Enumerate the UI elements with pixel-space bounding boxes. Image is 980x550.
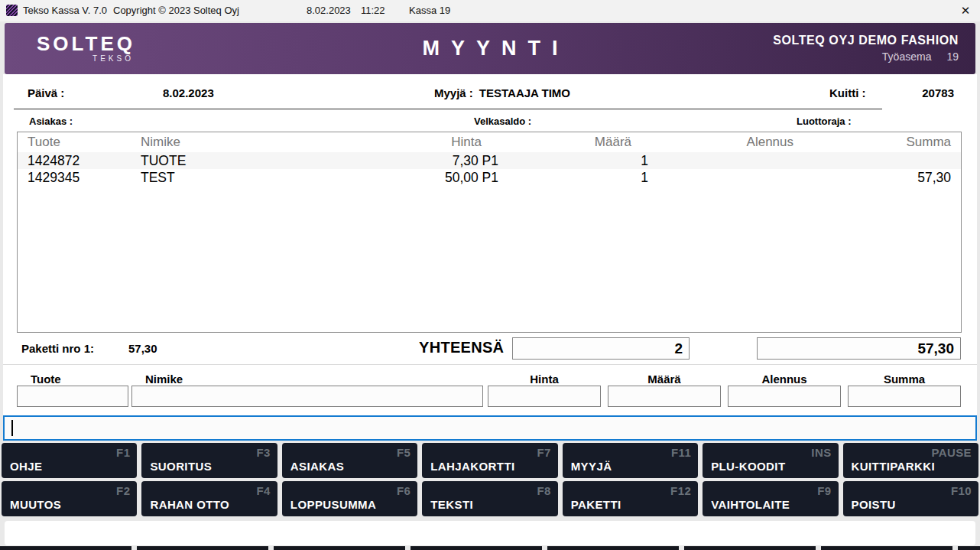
col-header-maara: Määrä (498, 132, 648, 152)
cell-maara: 1 (498, 169, 648, 186)
fn-button-ohje[interactable]: F1 OHJE (2, 443, 137, 478)
cell-alennus (648, 152, 801, 169)
function-key-row-1: F1 OHJE F3 SUORITUS F5 ASIAKAS F7 LAHJAK… (2, 443, 978, 478)
entry-alennus-input[interactable] (728, 386, 841, 407)
total-quantity-box: 2 (512, 337, 690, 360)
copyright-text: Copyright © 2023 Solteq Oyj (113, 5, 239, 16)
package-value: 57,30 (128, 342, 157, 355)
cell-summa (801, 152, 951, 169)
divider (14, 109, 882, 109)
cell-alennus (648, 169, 801, 186)
fn-key-badge: F1 (116, 446, 130, 459)
cell-tuote: 1429345 (28, 169, 141, 186)
command-input[interactable] (3, 415, 977, 441)
seller-line: Myyjä :TESTAAJA TIMO (434, 86, 570, 99)
function-key-row-2: F2 MUUTOS F4 RAHAN OTTO F6 LOPPUSUMMA F8… (2, 481, 978, 516)
cell-nimike: TEST (141, 169, 362, 186)
col-header-hinta: Hinta (362, 132, 498, 152)
fn-button-kuittiparkki[interactable]: PAUSE KUITTIPARKKI (843, 443, 978, 478)
fn-button-poistu[interactable]: F10 POISTU (843, 481, 978, 516)
fn-button-vaihtolaite[interactable]: F9 VAIHTOLAITE (703, 481, 838, 516)
fn-key-badge: F6 (397, 484, 410, 497)
seller-value: TESTAAJA TIMO (479, 86, 570, 99)
fn-key-badge: INS (811, 446, 831, 459)
date-value: 8.02.2023 (163, 86, 214, 99)
fn-key-badge: F2 (116, 484, 130, 497)
close-button[interactable]: ✕ (957, 2, 974, 19)
titlebar-register: Kassa 19 (409, 5, 450, 16)
table-row[interactable]: 1429345 TEST 50,00 P1 1 57,30 (18, 169, 961, 186)
entry-tuote-input[interactable] (17, 386, 128, 407)
receipt-label: Kuitti : (829, 86, 865, 99)
bottom-display-strip (5, 521, 975, 545)
cell-tuote: 1424872 (28, 152, 141, 169)
items-table-header: Tuote Nimike Hinta Määrä Alennus Summa (18, 132, 961, 152)
col-header-tuote: Tuote (28, 132, 141, 152)
text-caret (11, 420, 13, 436)
store-block: SOLTEQ OYJ DEMO FASHION Työasema19 (773, 34, 959, 63)
fn-button-asiakas[interactable]: F5 ASIAKAS (282, 443, 417, 478)
titlebar-time: 11:22 (361, 5, 385, 16)
titlebar: Tekso Kassa V. 7.0 Copyright © 2023 Solt… (0, 0, 980, 21)
cell-summa: 57,30 (801, 169, 951, 186)
col-header-summa: Summa (801, 132, 951, 152)
fn-key-badge: F11 (671, 446, 691, 459)
entry-summa-label: Summa (848, 373, 961, 386)
col-header-alennus: Alennus (648, 132, 801, 152)
col-header-nimike: Nimike (141, 132, 362, 152)
workstation-line: Työasema19 (773, 50, 959, 63)
fn-key-badge: F12 (670, 484, 691, 497)
table-row[interactable]: 1424872 TUOTE 7,30 P1 1 (18, 152, 961, 169)
entry-hinta-input[interactable] (488, 386, 601, 407)
fn-key-badge: F7 (537, 446, 550, 459)
cell-nimike: TUOTE (141, 152, 362, 169)
fn-key-badge: F5 (397, 446, 410, 459)
entry-nimike-label: Nimike (145, 373, 183, 386)
store-name: SOLTEQ OYJ DEMO FASHION (773, 34, 959, 47)
package-label: Paketti nro 1: (21, 342, 94, 355)
credit-label: Luottoraja : (797, 116, 852, 127)
entry-alennus-label: Alennus (728, 373, 841, 386)
fn-button-suoritus[interactable]: F3 SUORITUS (141, 443, 277, 478)
workstation-value: 19 (946, 50, 959, 63)
app-header: SOLTEQ TEKSO MYYNTI SOLTEQ OYJ DEMO FASH… (5, 23, 975, 74)
fn-key-badge: F3 (257, 446, 271, 459)
entry-hinta-label: Hinta (488, 373, 601, 386)
workstation-label: Työasema (882, 50, 932, 63)
entry-nimike-input[interactable] (131, 386, 483, 407)
app-icon (6, 5, 18, 16)
fn-button-loppusumma[interactable]: F6 LOPPUSUMMA (282, 481, 417, 516)
fn-key-badge: F4 (257, 484, 271, 497)
fn-key-badge: F9 (817, 484, 831, 497)
fn-button-teksti[interactable]: F8 TEKSTI (422, 481, 557, 516)
fn-button-muutos[interactable]: F2 MUUTOS (2, 481, 137, 516)
fn-key-badge: F8 (537, 484, 550, 497)
items-table: Tuote Nimike Hinta Määrä Alennus Summa 1… (17, 132, 962, 333)
divider (3, 364, 977, 365)
cell-hinta: 7,30 P1 (362, 152, 498, 169)
fn-key-badge: F10 (951, 484, 972, 497)
cutoff-button-row (0, 546, 980, 550)
seller-label: Myyjä : (434, 86, 473, 99)
titlebar-date: 8.02.2023 (307, 5, 351, 16)
customer-label: Asiakas : (29, 116, 73, 127)
entry-maara-input[interactable] (608, 386, 721, 407)
fn-button-paketti[interactable]: F12 PAKETTI (563, 481, 698, 516)
receipt-value: 20783 (922, 86, 954, 99)
fn-button-plu-koodit[interactable]: INS PLU-KOODIT (703, 443, 838, 478)
window-title: Tekso Kassa V. 7.0 (23, 5, 107, 16)
entry-tuote-label: Tuote (31, 373, 61, 386)
fn-key-badge: PAUSE (931, 446, 972, 459)
fn-button-lahjakortti[interactable]: F7 LAHJAKORTTI (422, 443, 557, 478)
debt-label: Velkasaldo : (474, 116, 531, 127)
date-label: Päivä : (28, 86, 64, 99)
entry-summa-input[interactable] (848, 386, 961, 407)
total-label: YHTEENSÄ (419, 339, 504, 356)
fn-button-myyja[interactable]: F11 MYYJÄ (563, 443, 698, 478)
cell-hinta: 50,00 P1 (362, 169, 498, 186)
fn-button-rahan-otto[interactable]: F4 RAHAN OTTO (141, 481, 277, 516)
total-sum-box: 57,30 (757, 337, 961, 360)
entry-maara-label: Määrä (608, 373, 721, 386)
cell-maara: 1 (498, 152, 648, 169)
